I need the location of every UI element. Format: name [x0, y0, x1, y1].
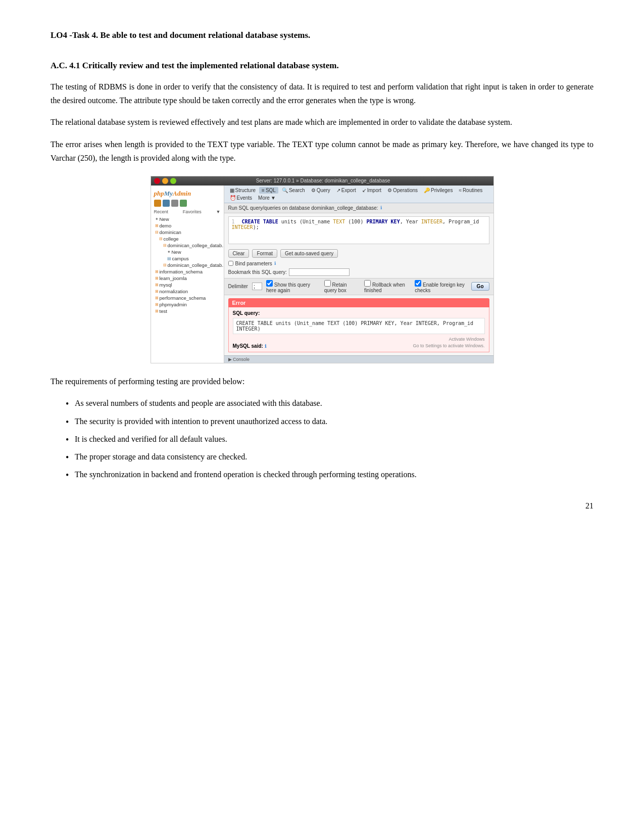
toolbar-privileges-btn[interactable]: 🔑 Privileges: [421, 187, 455, 194]
db-icon-joomla: ⊞: [155, 276, 159, 281]
browser-window-controls: [154, 178, 176, 184]
para2: The relational database system is review…: [51, 115, 593, 129]
sidebar-item-dominican-college-db[interactable]: ⊟ dominican_college_datab...: [151, 242, 224, 249]
sidebar-item-dominican-college-db2[interactable]: ⊟ dominican_college_datab...: [151, 262, 224, 268]
operations-icon: ⚙: [387, 188, 392, 193]
bind-params-row: Bind parameters ℹ: [224, 260, 493, 267]
bullet-item-2: The security is provided with intention …: [66, 414, 593, 428]
toolbar-more-btn[interactable]: More ▼: [256, 195, 278, 201]
toolbar-routines-btn[interactable]: ≈ Routines: [456, 187, 485, 194]
help-icon[interactable]: [180, 200, 187, 207]
recent-label: Recent: [154, 209, 169, 214]
bookmark-input[interactable]: [289, 268, 350, 276]
db-icon-demo: ⊞: [155, 223, 159, 228]
show-query-checkbox[interactable]: [266, 280, 273, 287]
query-icon: ⚙: [311, 188, 316, 193]
toolbar-export-btn[interactable]: ↗ Export: [334, 187, 359, 194]
sidebar-item-information-schema[interactable]: ⊞ information_schema: [151, 268, 224, 275]
sidebar-item-test[interactable]: ⊞ test: [151, 308, 224, 314]
toolbar-events-btn[interactable]: ⏰ Events: [227, 195, 255, 201]
info-icon: ℹ: [380, 205, 382, 210]
sidebar-item-performance-schema[interactable]: ⊞ performance_schema: [151, 295, 224, 301]
toolbar-sql-btn[interactable]: ≡ SQL: [259, 187, 278, 194]
bind-params-checkbox[interactable]: [228, 261, 233, 266]
page-number: 21: [51, 501, 593, 511]
new-icon2: ✦: [167, 250, 171, 254]
sidebar-item-demo[interactable]: ⊞ demo: [151, 222, 224, 229]
bullet-item-4: The proper storage and data consistency …: [66, 450, 593, 464]
window-min-btn[interactable]: [162, 178, 168, 184]
error-section: Error SQL query: CREATE TABLE units (Uni…: [228, 298, 489, 352]
more-dropdown-icon: ▼: [271, 195, 276, 201]
sidebar-item-normalization[interactable]: ⊞ normalization: [151, 288, 224, 295]
bullet-item-3: It is checked and verified for all defau…: [66, 432, 593, 446]
db-icon-perf: ⊞: [155, 296, 159, 300]
bullet-item-5: The synchronization in backend and front…: [66, 468, 593, 481]
pma-top-icons: [151, 199, 224, 209]
settings-icon[interactable]: [171, 200, 178, 207]
db-icon-dcdb: ⊟: [163, 243, 167, 248]
mysql-said-icon: ℹ: [265, 344, 266, 349]
toolbar-query-btn[interactable]: ⚙ Query: [309, 187, 333, 194]
rollback-label: Rollback when finished: [364, 280, 411, 293]
toolbar-search-btn[interactable]: 🔍 Search: [279, 187, 308, 194]
sql-textarea[interactable]: 1 CREATE TABLE units (Unit_name TEXT (10…: [228, 216, 489, 244]
pma-toolbar: ▦ Structure ≡ SQL 🔍 Search ⚙ Query ↗: [224, 186, 493, 203]
error-header: Error: [228, 298, 489, 307]
bookmark-row: Bookmark this SQL query:: [224, 267, 493, 278]
get-auto-saved-button[interactable]: Get auto-saved query: [280, 249, 338, 258]
foreign-key-checkbox[interactable]: [415, 280, 421, 287]
sidebar-item-campus[interactable]: ▤ campus: [151, 255, 224, 262]
sidebar-item-mysql[interactable]: ⊞ mysql: [151, 282, 224, 288]
window-close-btn[interactable]: [154, 178, 160, 184]
table-icon-campus: ▤: [167, 256, 171, 261]
search-icon: 🔍: [282, 188, 288, 193]
after-screenshot-section: The requirements of performing testing a…: [51, 375, 593, 481]
sql-header-text: Run SQL query/queries on database domini…: [228, 205, 378, 211]
sql-query-label: SQL query:: [233, 310, 485, 316]
retain-query-label: Retain query box: [324, 280, 360, 293]
delimiter-row: Delimiter Show this query here again Ret…: [224, 278, 493, 295]
db-icon-dominican: ⊟: [155, 230, 159, 235]
db-icon-dcdb2: ⊟: [163, 263, 167, 267]
sql-icon: ≡: [262, 188, 265, 193]
browser-titlebar: Server: 127.0.0.1 » Database: dominikan_…: [151, 176, 493, 186]
toolbar-structure-btn[interactable]: ▦ Structure: [227, 187, 259, 194]
phpmyadmin-screenshot: Server: 127.0.0.1 » Database: dominikan_…: [151, 176, 494, 363]
pma-main-panel: ▦ Structure ≡ SQL 🔍 Search ⚙ Query ↗: [224, 186, 493, 363]
pma-tree: ✦ New ⊞ demo ⊟ dominican ⊟ college ⊟ d: [151, 215, 224, 315]
console-bar[interactable]: ▶ Console: [224, 355, 493, 363]
bind-params-info-icon: ℹ: [274, 261, 276, 266]
delimiter-input[interactable]: [252, 283, 262, 290]
sidebar-item-phpmyadmin[interactable]: ⊞ phpmyadmin: [151, 301, 224, 308]
sidebar-item-new[interactable]: ✦ New: [151, 216, 224, 222]
console-label: Console: [233, 357, 250, 362]
reload-icon[interactable]: [163, 200, 170, 207]
delimiter-label: Delimiter: [228, 284, 248, 289]
sidebar-toggle[interactable]: ▼: [216, 209, 221, 214]
sql-code: CREATE TABLE units (Unit_name TEXT (100)…: [232, 219, 479, 230]
toolbar-operations-btn[interactable]: ⚙ Operations: [385, 187, 420, 194]
sidebar-item-college[interactable]: ⊟ college: [151, 236, 224, 242]
retain-query-checkbox[interactable]: [324, 280, 331, 287]
mysql-said-label: MySQL said: ℹ: [233, 343, 266, 349]
sidebar-item-new2[interactable]: ✦ New: [151, 249, 224, 255]
privileges-icon: 🔑: [424, 188, 430, 193]
db-icon-mysql: ⊞: [155, 283, 159, 287]
rollback-checkbox[interactable]: [364, 280, 371, 287]
format-button[interactable]: Format: [252, 249, 277, 258]
home-icon[interactable]: [154, 200, 161, 207]
import-icon: ↙: [362, 188, 366, 193]
clear-button[interactable]: Clear: [228, 249, 250, 258]
toolbar-import-btn[interactable]: ↙ Import: [360, 187, 384, 194]
sidebar-item-dominican[interactable]: ⊟ dominican: [151, 229, 224, 236]
db-icon-info: ⊞: [155, 269, 159, 274]
structure-icon: ▦: [230, 188, 234, 193]
line-number: 1: [232, 219, 235, 224]
sidebar-item-learn-joomla[interactable]: ⊞ learn_joomla: [151, 275, 224, 282]
go-button[interactable]: Go: [471, 282, 489, 291]
window-max-btn[interactable]: [170, 178, 176, 184]
activate-windows-notice: Activate Windows Go to Settings to activ…: [413, 336, 484, 349]
sql-buttons-row: Clear Format Get auto-saved query: [224, 247, 493, 260]
db-icon-pma: ⊞: [155, 302, 159, 307]
